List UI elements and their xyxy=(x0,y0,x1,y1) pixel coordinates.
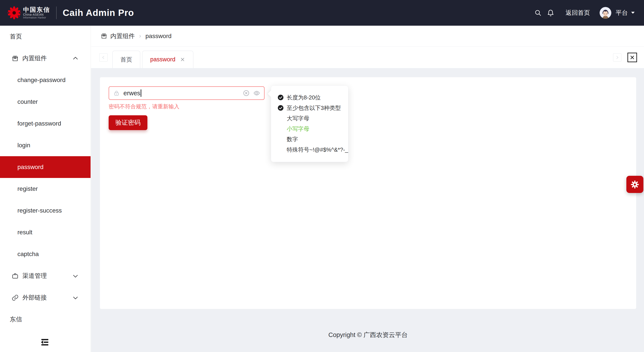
tab-label: 首页 xyxy=(120,56,132,63)
password-input[interactable]: erwes xyxy=(109,86,264,100)
sidebar-collapse-icon[interactable] xyxy=(40,338,50,348)
lock-icon xyxy=(113,90,120,96)
tab-actions xyxy=(613,53,637,62)
settings-fab[interactable] xyxy=(626,176,643,193)
close-icon[interactable] xyxy=(180,57,185,62)
rule-uppercase: 大写字母 xyxy=(278,113,342,124)
input-suffix-icons xyxy=(243,90,260,96)
rule-lowercase: 小写字母 xyxy=(278,124,342,134)
sidebar-group-external-links[interactable]: 外部链接 xyxy=(0,287,90,309)
rule-length: 长度为8-20位 xyxy=(278,92,342,103)
popover-arrow xyxy=(268,90,274,97)
rule-text: 长度为8-20位 xyxy=(287,94,321,101)
sidebar-item-label: password xyxy=(18,164,44,171)
chevron-down-icon xyxy=(72,273,78,279)
sidebar-item-register[interactable]: register xyxy=(0,178,90,200)
avatar[interactable] xyxy=(600,7,611,19)
password-input-value: erwes xyxy=(124,90,140,97)
sidebar-group-label: 内置组件 xyxy=(22,54,47,62)
tab-password[interactable]: password xyxy=(142,51,193,68)
sidebar-item-label: change-password xyxy=(18,77,66,83)
rule-special-chars: 特殊符号~!@#$%^&*?-_ xyxy=(278,144,342,155)
sidebar-item-register-success[interactable]: register-success xyxy=(0,200,90,222)
sidebar-item-home[interactable]: 首页 xyxy=(0,26,90,47)
check-circle-icon xyxy=(278,105,284,111)
sidebar-item-label: forget-password xyxy=(18,120,61,127)
sidebar-item-label: 东信 xyxy=(10,315,22,324)
link-icon xyxy=(12,294,22,301)
header-actions: 返回首页 平台 xyxy=(532,6,635,19)
validation-error-message: 密码不符合规范，请重新输入 xyxy=(109,103,628,110)
back-home-link[interactable]: 返回首页 xyxy=(566,9,590,17)
tags-view-bar: 首页 password xyxy=(91,46,644,68)
box-icon xyxy=(100,33,107,39)
open-tabs: 首页 password xyxy=(112,51,193,68)
password-panel: erwes 密码不符合规范，请重新输入 验证密码 长度为8-20位 xyxy=(100,77,636,309)
brand-name-en1: China-ASEAN xyxy=(23,13,50,16)
tab-scroll-left-button[interactable] xyxy=(99,53,108,61)
brand-area: 中国东信 China-ASEAN Information Harbor Caih… xyxy=(8,6,134,19)
caret-down-icon[interactable] xyxy=(631,11,635,14)
bell-icon[interactable] xyxy=(544,6,557,19)
sidebar-item-label: login xyxy=(18,142,30,149)
copyright-footer: Copyright © 广西农资云平台 xyxy=(100,309,636,339)
sidebar-item-change-password[interactable]: change-password xyxy=(0,69,90,91)
username[interactable]: 平台 xyxy=(616,9,628,17)
sidebar-group-label: 外部链接 xyxy=(22,294,47,302)
rule-text: 至少包含以下3种类型 xyxy=(287,104,341,112)
close-all-tabs-button[interactable] xyxy=(628,53,637,62)
search-icon[interactable] xyxy=(532,6,544,19)
clear-icon[interactable] xyxy=(243,90,250,96)
rule-text: 特殊符号~!@#$%^&*?-_ xyxy=(287,146,348,154)
sidebar-item-label: 首页 xyxy=(10,32,22,41)
brand-name-zh: 中国东信 xyxy=(23,6,50,13)
sidebar-item-label: register-success xyxy=(18,207,62,214)
sidebar-item-label: counter xyxy=(18,98,38,105)
gear-icon xyxy=(631,180,639,189)
sidebar-item-label: register xyxy=(18,185,38,192)
brand-text: 中国东信 China-ASEAN Information Harbor xyxy=(23,6,50,19)
rule-text: 大写字母 xyxy=(287,115,309,122)
tab-label: password xyxy=(150,56,176,63)
text-caret xyxy=(141,89,141,97)
tab-home[interactable]: 首页 xyxy=(112,51,140,68)
sidebar-item-dongxin[interactable]: 东信 xyxy=(0,309,90,330)
sidebar-item-login[interactable]: login xyxy=(0,134,90,156)
breadcrumb-section[interactable]: 内置组件 xyxy=(110,32,135,40)
sidebar-item-password[interactable]: password xyxy=(0,156,90,178)
rule-text: 数字 xyxy=(287,136,298,143)
chevron-up-icon xyxy=(72,55,78,61)
sidebar-group-channel-management[interactable]: 渠道管理 xyxy=(0,265,90,287)
app-title: Caih Admin Pro xyxy=(63,7,134,18)
briefcase-icon xyxy=(12,272,22,280)
sidebar-item-counter[interactable]: counter xyxy=(0,91,90,113)
header-divider xyxy=(56,6,56,19)
check-circle-icon xyxy=(278,94,284,100)
user-menu[interactable]: 平台 xyxy=(600,7,635,19)
brand-name-en2: Information Harbor xyxy=(23,16,50,19)
eye-icon[interactable] xyxy=(254,90,260,96)
sidebar-group-label: 渠道管理 xyxy=(22,272,47,280)
verify-password-button[interactable]: 验证密码 xyxy=(109,115,148,130)
sidebar-item-forget-password[interactable]: forget-password xyxy=(0,113,90,134)
rule-digit: 数字 xyxy=(278,134,342,144)
workspace: erwes 密码不符合规范，请重新输入 验证密码 长度为8-20位 xyxy=(91,68,644,352)
sidebar-group-builtin-components[interactable]: 内置组件 xyxy=(0,47,90,69)
chevron-down-icon xyxy=(72,295,78,301)
sidebar-item-result[interactable]: result xyxy=(0,222,90,243)
app-header: 中国东信 China-ASEAN Information Harbor Caih… xyxy=(0,0,644,26)
breadcrumb: 内置组件 › password xyxy=(91,26,644,46)
rule-text: 小写字母 xyxy=(287,125,309,133)
rule-types: 至少包含以下3种类型 xyxy=(278,103,342,113)
breadcrumb-separator: › xyxy=(139,33,141,39)
breadcrumb-page: password xyxy=(146,33,172,39)
sidebar-item-captcha[interactable]: captcha xyxy=(0,243,90,265)
tab-scroll-right-button[interactable] xyxy=(613,53,621,61)
sidebar: 首页 内置组件 change-password counter forget-p… xyxy=(0,26,91,352)
box-icon xyxy=(12,55,22,62)
sidebar-item-label: result xyxy=(18,229,32,236)
sidebar-item-label: captcha xyxy=(18,251,39,258)
password-rules-popover: 长度为8-20位 至少包含以下3种类型 大写字母 小写字母 数字 特殊符号~!@… xyxy=(271,85,348,162)
main-area: 内置组件 › password 首页 password xyxy=(91,26,644,352)
brand-logo-icon xyxy=(8,6,21,19)
